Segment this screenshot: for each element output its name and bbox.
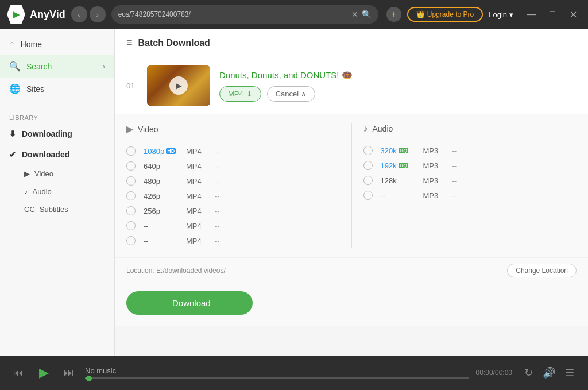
- player-track-title: No music: [85, 366, 469, 375]
- res-320k: 320kHQ: [381, 146, 415, 155]
- address-search-icon[interactable]: 🔍: [362, 10, 372, 19]
- video-header: 01 ▶ Donuts, Donuts, and DONUTS! 🍩 MP4 ⬇: [115, 57, 588, 114]
- radio-192k[interactable]: [363, 161, 373, 170]
- video-format-column: ▶ Video 1080pHD MP4 --: [126, 123, 340, 248]
- location-bar: Location: E:/downloaded videos/ Change L…: [115, 257, 588, 283]
- type-128k: MP3: [423, 176, 444, 185]
- type-1080p: MP4: [186, 147, 207, 156]
- format-row-128k: 128k MP3 --: [363, 173, 577, 188]
- video-title: Donuts, Donuts, and DONUTS! 🍩: [219, 70, 577, 80]
- subtitles-icon: CC: [24, 205, 35, 214]
- play-pause-button[interactable]: ▶: [34, 364, 53, 382]
- type-a4: MP3: [423, 191, 444, 200]
- res-1080p: 1080pHD: [144, 147, 178, 156]
- nav-buttons: ‹ ›: [71, 6, 106, 22]
- format-grid: ▶ Video 1080pHD MP4 --: [115, 114, 588, 257]
- radio-320k[interactable]: [363, 146, 373, 155]
- skip-forward-button[interactable]: ⏭: [60, 364, 78, 382]
- maximize-button[interactable]: □: [544, 6, 560, 22]
- video-icon: ▶: [24, 169, 30, 178]
- player-info: No music: [85, 366, 469, 379]
- playlist-button[interactable]: ☰: [560, 364, 579, 382]
- format-row-426p: 426p MP4 --: [126, 188, 340, 203]
- radio-128k[interactable]: [363, 176, 373, 185]
- globe-icon: 🌐: [9, 83, 21, 94]
- res-426p: 426p: [144, 192, 178, 200]
- sidebar-item-subtitles[interactable]: CC Subtitles: [0, 200, 114, 218]
- close-button[interactable]: ✕: [565, 6, 581, 22]
- sidebar-item-downloading[interactable]: ⬇ Downloading: [0, 123, 114, 144]
- sidebar-item-home[interactable]: ⌂ Home: [0, 33, 114, 55]
- progress-dot: [86, 376, 92, 381]
- res-v6: --: [144, 222, 178, 230]
- home-icon: ⌂: [9, 39, 15, 49]
- size-128k: --: [452, 176, 469, 185]
- minimize-button[interactable]: —: [524, 6, 540, 22]
- res-128k: 128k: [381, 176, 415, 185]
- volume-button[interactable]: 🔊: [540, 364, 558, 382]
- audio-col-icon: ♪: [363, 123, 368, 134]
- player-time: 00:00/00:00: [476, 369, 512, 377]
- radio-426p[interactable]: [126, 191, 136, 200]
- radio-640p[interactable]: [126, 161, 136, 171]
- download-button[interactable]: Download: [126, 291, 253, 315]
- type-480p: MP4: [186, 177, 207, 186]
- library-section-label: Library: [0, 110, 114, 123]
- sidebar: ⌂ Home 🔍 Search › 🌐 Sites Library ⬇ Down…: [0, 29, 115, 356]
- address-text: eos/748285702400783/: [118, 10, 348, 18]
- format-divider: [351, 123, 352, 248]
- type-256p: MP4: [186, 207, 207, 215]
- radio-256p[interactable]: [126, 206, 136, 215]
- search-icon: 🔍: [9, 61, 21, 72]
- change-location-button[interactable]: Change Location: [507, 264, 577, 277]
- radio-480p[interactable]: [126, 176, 136, 186]
- upgrade-button[interactable]: 👑 Upgrade to Pro: [407, 7, 483, 22]
- skip-back-button[interactable]: ⏮: [9, 364, 28, 382]
- size-v6: --: [215, 222, 232, 230]
- cancel-button[interactable]: Cancel ∧: [267, 86, 315, 102]
- address-close-icon[interactable]: ✕: [351, 10, 358, 19]
- crown-icon: 👑: [416, 10, 425, 18]
- radio-v7[interactable]: [126, 236, 136, 245]
- play-overlay-button[interactable]: ▶: [169, 76, 188, 95]
- format-row-a4: -- MP3 --: [363, 188, 577, 203]
- scroll-area[interactable]: 01 ▶ Donuts, Donuts, and DONUTS! 🍩 MP4 ⬇: [115, 57, 588, 356]
- forward-button[interactable]: ›: [90, 6, 106, 22]
- sidebar-item-video[interactable]: ▶ Video: [0, 165, 114, 183]
- download-small-icon: ⬇: [246, 90, 253, 98]
- res-640p: 640p: [144, 162, 178, 171]
- format-row-192k: 192kHQ MP3 --: [363, 158, 577, 173]
- type-192k: MP3: [423, 161, 444, 170]
- radio-v6[interactable]: [126, 221, 136, 230]
- new-tab-button[interactable]: +: [386, 7, 401, 22]
- size-1080p: --: [215, 147, 232, 156]
- res-a4: --: [381, 191, 415, 200]
- size-256p: --: [215, 207, 232, 215]
- sidebar-item-downloaded[interactable]: ✔ Downloaded: [0, 144, 114, 165]
- format-row-480p: 480p MP4 --: [126, 173, 340, 188]
- back-button[interactable]: ‹: [71, 6, 87, 22]
- sidebar-item-sites[interactable]: 🌐 Sites: [0, 78, 114, 100]
- player-progress: [85, 377, 469, 379]
- sidebar-item-search[interactable]: 🔍 Search ›: [0, 55, 114, 78]
- titlebar: AnyVid ‹ › eos/748285702400783/ ✕ 🔍 + 👑 …: [0, 0, 588, 29]
- download-section: Download: [115, 283, 588, 326]
- audio-format-column: ♪ Audio 320kHQ MP3 --: [363, 123, 577, 248]
- mp4-format-button[interactable]: MP4 ⬇: [219, 86, 261, 102]
- res-256p: 256p: [144, 207, 178, 215]
- repeat-button[interactable]: ↻: [519, 364, 537, 382]
- radio-a4[interactable]: [363, 191, 373, 200]
- radio-1080p[interactable]: [126, 146, 136, 156]
- login-button[interactable]: Login ▾: [489, 10, 513, 19]
- downloading-icon: ⬇: [9, 129, 16, 138]
- format-row-256p: 256p MP4 --: [126, 203, 340, 218]
- video-col-icon: ▶: [126, 123, 133, 134]
- format-row-1080p: 1080pHD MP4 --: [126, 144, 340, 159]
- sidebar-item-audio[interactable]: ♪ Audio: [0, 183, 114, 200]
- item-number: 01: [126, 82, 138, 90]
- size-480p: --: [215, 177, 232, 186]
- main-layout: ⌂ Home 🔍 Search › 🌐 Sites Library ⬇ Down…: [0, 29, 588, 356]
- chevron-right-icon: ›: [103, 63, 105, 71]
- progress-bar[interactable]: [85, 377, 469, 379]
- format-columns: ▶ Video 1080pHD MP4 --: [126, 123, 577, 248]
